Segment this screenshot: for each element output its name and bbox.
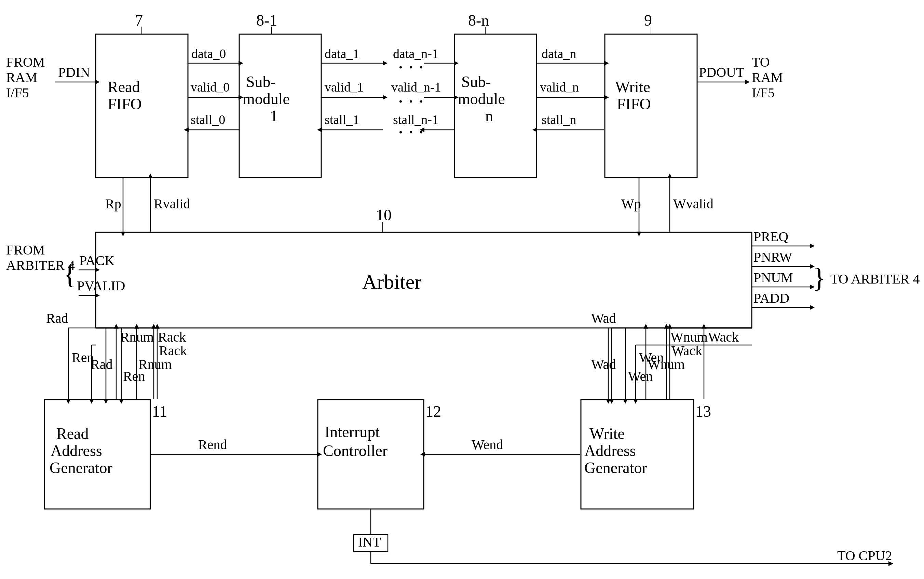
- svg-text:}: }: [813, 263, 826, 293]
- svg-text:11: 11: [152, 403, 167, 420]
- svg-text:PNRW: PNRW: [754, 249, 793, 265]
- svg-text:Interrupt: Interrupt: [324, 423, 380, 441]
- svg-text:stall_1: stall_1: [324, 112, 359, 127]
- svg-text:Rad: Rad: [90, 357, 112, 372]
- svg-text:Sub-: Sub-: [246, 73, 276, 90]
- svg-text:Wad: Wad: [591, 357, 616, 372]
- svg-text:Rack: Rack: [159, 343, 187, 358]
- svg-text:PDOUT: PDOUT: [699, 65, 744, 80]
- svg-text:Rp: Rp: [105, 196, 121, 211]
- svg-text:Address: Address: [51, 442, 102, 460]
- svg-text:PREQ: PREQ: [754, 229, 788, 244]
- svg-text:Wack: Wack: [708, 329, 739, 345]
- svg-text:Generator: Generator: [49, 459, 112, 476]
- svg-text:data_n: data_n: [542, 46, 576, 61]
- svg-text:FROM: FROM: [6, 54, 45, 70]
- svg-text:Sub-: Sub-: [461, 73, 491, 90]
- svg-text:TO CPU2: TO CPU2: [837, 548, 892, 563]
- svg-text:Wnum: Wnum: [647, 357, 685, 372]
- svg-text:Rnum: Rnum: [138, 357, 172, 372]
- svg-text:FIFO: FIFO: [108, 95, 142, 113]
- svg-text:Rad: Rad: [46, 311, 68, 326]
- svg-text:Rvalid: Rvalid: [154, 196, 190, 211]
- svg-text:PADD: PADD: [754, 290, 790, 306]
- svg-text:12: 12: [426, 403, 441, 420]
- svg-text:Wvalid: Wvalid: [673, 196, 714, 211]
- svg-text:FIFO: FIFO: [617, 95, 651, 113]
- svg-text:data_0: data_0: [192, 46, 226, 61]
- svg-text:Write: Write: [590, 425, 625, 442]
- svg-text:TO: TO: [752, 54, 770, 70]
- svg-text:TO ARBITER 4: TO ARBITER 4: [831, 271, 920, 286]
- svg-text:10: 10: [376, 206, 392, 224]
- svg-text:Rack: Rack: [158, 329, 186, 345]
- svg-text:PDIN: PDIN: [58, 65, 90, 80]
- svg-text:9: 9: [644, 11, 652, 29]
- svg-text:Wad: Wad: [591, 311, 616, 326]
- svg-text:module: module: [458, 90, 505, 108]
- svg-text:I/F5: I/F5: [6, 85, 29, 100]
- svg-text:valid_1: valid_1: [324, 80, 364, 94]
- svg-text:RAM: RAM: [752, 70, 783, 85]
- svg-text:Read: Read: [56, 425, 89, 442]
- svg-text:{: {: [63, 259, 76, 290]
- svg-text:PNUM: PNUM: [754, 270, 793, 285]
- svg-text:INT: INT: [358, 534, 381, 550]
- svg-text:PACK: PACK: [79, 253, 115, 268]
- svg-text:module: module: [242, 90, 290, 108]
- svg-text:8-n: 8-n: [468, 11, 489, 29]
- svg-text:Read: Read: [108, 78, 140, 96]
- svg-text:Arbiter: Arbiter: [362, 270, 421, 293]
- svg-text:valid_n: valid_n: [540, 80, 579, 94]
- svg-text:7: 7: [135, 11, 143, 29]
- svg-text:Controller: Controller: [323, 442, 388, 460]
- svg-text:Generator: Generator: [584, 459, 647, 476]
- svg-text:Wnum: Wnum: [670, 329, 708, 345]
- svg-text:valid_0: valid_0: [191, 80, 229, 94]
- svg-text:valid_n-1: valid_n-1: [391, 80, 441, 94]
- svg-text:Address: Address: [584, 442, 636, 460]
- svg-text:Write: Write: [615, 78, 650, 96]
- svg-text:RAM: RAM: [6, 70, 37, 85]
- svg-text:stall_n: stall_n: [542, 112, 576, 127]
- svg-text:I/F5: I/F5: [752, 85, 775, 100]
- svg-text:data_1: data_1: [324, 46, 359, 61]
- svg-rect-23: [96, 232, 752, 328]
- svg-text:stall_0: stall_0: [191, 112, 225, 127]
- svg-text:data_n-1: data_n-1: [393, 46, 438, 61]
- svg-text:stall_n-1: stall_n-1: [393, 112, 438, 127]
- svg-text:Wack: Wack: [672, 343, 702, 358]
- svg-text:Wp: Wp: [621, 196, 641, 211]
- svg-text:FROM: FROM: [6, 242, 45, 258]
- svg-text:1: 1: [270, 107, 278, 125]
- svg-text:PVALID: PVALID: [77, 278, 125, 293]
- svg-text:Wend: Wend: [472, 437, 503, 452]
- svg-text:n: n: [485, 107, 493, 125]
- block-diagram: Read FIFO 7 Sub- module 1 8-1 Sub- modul…: [0, 0, 924, 579]
- svg-text:13: 13: [695, 403, 711, 420]
- svg-text:Rend: Rend: [198, 437, 227, 452]
- svg-text:8-1: 8-1: [256, 11, 277, 29]
